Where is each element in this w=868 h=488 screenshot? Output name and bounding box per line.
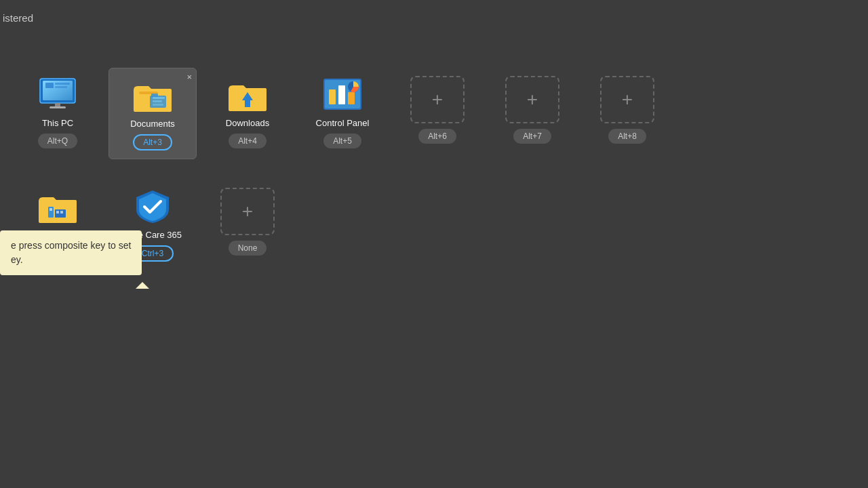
svg-rect-7 [55,86,67,88]
add-slot-7[interactable]: + Alt+7 [488,68,576,152]
app-item-documents[interactable]: × Documents Alt+3 [108,68,197,159]
control-panel-icon [321,76,364,113]
hotkey-this-pc[interactable]: Alt+Q [38,134,77,148]
server2008-icon [36,188,79,224]
svg-rect-25 [55,209,66,218]
add-slot-none[interactable]: + None [203,180,292,264]
downloads-icon [226,76,269,113]
add-slot-6[interactable]: + Alt+6 [393,68,481,152]
hotkey-slot-6[interactable]: Alt+6 [418,129,456,144]
hotkey-downloads[interactable]: Alt+4 [229,134,267,148]
svg-rect-21 [348,92,355,104]
svg-rect-3 [55,103,60,106]
add-box-7[interactable]: + [505,76,559,123]
add-icon-8: + [622,89,633,110]
grid-row-1: This PC Alt+Q × Documents [14,68,671,159]
hotkey-documents[interactable]: Alt+3 [133,134,172,150]
close-documents-button[interactable]: × [186,73,192,81]
hotkey-slot-7[interactable]: Alt+7 [513,129,551,144]
wise-care-icon [131,188,174,224]
hotkey-control-panel[interactable]: Alt+5 [323,134,361,148]
svg-rect-13 [153,100,162,102]
app-label-downloads: Downloads [226,118,269,128]
hotkey-slot-8[interactable]: Alt+8 [608,129,646,144]
documents-icon [131,77,174,113]
add-box-8[interactable]: + [600,76,654,123]
svg-rect-4 [50,106,66,108]
this-pc-icon [36,76,79,113]
svg-rect-28 [60,211,63,214]
add-icon-none: + [242,201,253,222]
app-item-control-panel[interactable]: Control Panel Alt+5 [298,68,387,157]
app-label-this-pc: This PC [42,118,73,128]
svg-rect-20 [338,85,345,104]
app-label-control-panel: Control Panel [316,118,370,128]
hotkey-slot-none[interactable]: None [229,241,267,256]
svg-rect-6 [55,83,70,85]
svg-rect-14 [153,104,163,106]
svg-rect-19 [329,89,336,104]
svg-rect-26 [50,208,52,211]
svg-rect-27 [56,211,59,214]
add-icon-6: + [432,89,443,110]
add-slot-8[interactable]: + Alt+8 [583,68,671,152]
registered-label: istered [0,12,33,24]
svg-rect-5 [45,83,54,88]
tooltip-line2: ey. [11,254,23,265]
add-box-6[interactable]: + [410,76,465,123]
app-item-downloads[interactable]: Downloads Alt+4 [203,68,292,157]
add-box-none[interactable]: + [220,188,275,235]
svg-rect-11 [151,94,158,97]
tooltip-line1: e press composite key to set [11,240,131,251]
app-label-documents: Documents [130,119,175,129]
add-icon-7: + [527,89,538,110]
app-item-this-pc[interactable]: This PC Alt+Q [14,68,102,157]
tooltip: e press composite key to set ey. [0,230,142,275]
svg-rect-12 [153,97,165,99]
